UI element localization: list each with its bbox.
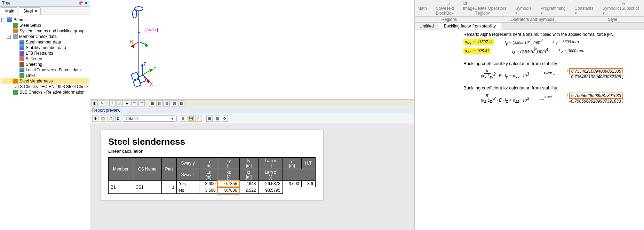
kz-title: Buckling coefficient kz calculation from… — [463, 85, 637, 90]
tool-12[interactable]: ▨ — [178, 100, 184, 106]
rb-image[interactable]: 🖼 Image — [463, 1, 475, 16]
rb-syms[interactable]: Symbols ▾ — [515, 6, 531, 16]
report-page: Steel slenderness Linear calculation Mem… — [101, 130, 323, 200]
svg-rect-3 — [131, 72, 139, 80]
tab-steel-label: Steel — [23, 9, 33, 14]
tab-main-label: Main — [5, 9, 14, 14]
node-slenderness[interactable]: Steel slenderness — [1, 78, 89, 84]
tab-main[interactable]: Main — [1, 7, 17, 15]
node-links[interactable]: Links — [1, 73, 89, 78]
report-title: Steel slenderness — [108, 136, 316, 147]
alpha-zz: αzz := 925.41 — [463, 48, 491, 54]
node-uls[interactable]: ULS Checks - EC-EN 1993 Steel Check ULS — [1, 84, 89, 89]
th-swayy: Sway y — [177, 158, 199, 169]
rb-textbox[interactable]: ☐ Text Box — [446, 1, 454, 16]
rb-consts[interactable]: Constants ▾ — [575, 6, 594, 16]
svg-text:X: X — [150, 82, 153, 87]
tool-10[interactable]: ▥ — [164, 100, 170, 106]
rtool-1[interactable]: ⚙ — [92, 116, 98, 122]
tree-title: Tree — [2, 1, 10, 6]
tree-panel: Tree 📌 ✕ Main Steel ✕ −Beams Steel Setup… — [0, 0, 90, 230]
report-combo[interactable]: Default — [123, 116, 175, 122]
close-icon[interactable]: ✕ — [34, 9, 38, 14]
report-subtitle: Linear calculation — [108, 149, 316, 154]
tree-pin-icon[interactable]: 📌 ✕ — [78, 1, 88, 6]
rb-delete[interactable]: DeleteRegion — [475, 6, 488, 16]
slenderness-table: Member CS Name Part Sway y Ly[m] ky[-] l… — [108, 157, 316, 194]
cursor-icon: + — [533, 45, 537, 52]
svg-point-2 — [133, 10, 137, 18]
tool-9[interactable]: ▤ — [156, 100, 162, 106]
cell-kz: 0.7006 — [218, 187, 239, 194]
rb-prog[interactable]: Programming ▾ — [541, 6, 566, 16]
tool-3[interactable]: ⟟ — [109, 100, 116, 106]
node-membercheck[interactable]: −Member Check data — [1, 34, 89, 39]
node-stiffeners[interactable]: Stiffeners — [1, 56, 89, 62]
tool-5[interactable]: ≣ — [124, 100, 130, 106]
th-ky: ky[-] — [218, 158, 239, 169]
tool-4[interactable]: 📊 — [117, 100, 123, 106]
rtool-3[interactable]: 🖨 — [108, 116, 114, 122]
rb-sub[interactable]: x₂ Subscript — [621, 1, 639, 16]
rtool-7[interactable]: ▯ — [195, 116, 201, 122]
rtool-4[interactable]: 🗋 — [115, 116, 121, 122]
ribbon-caps: Regions Operators and Symbols Style — [415, 17, 644, 23]
node-buckling[interactable]: System lengths and buckling groups — [1, 28, 89, 34]
rtool-8[interactable]: ▦ — [206, 116, 213, 122]
rb-symbx[interactable]: Symbolics ▾ — [603, 6, 622, 16]
ky-title: Buckling coefficient ky calculation from… — [463, 61, 637, 66]
mathcad-body[interactable]: Remark: Alpha represents here alpha mult… — [415, 30, 644, 230]
Ly: Ly = 3600 mm — [553, 39, 579, 45]
rtool-5[interactable]: ▯ — [180, 116, 186, 122]
node-localtransverse[interactable]: Local Transverse Forces data — [1, 67, 89, 73]
view-toolbar: ◧ ✎ ⟟ 📊 ≣ ᴬᴮ ᴬᴮ ▦ ▤ ▥ ▧ ▨ — [90, 100, 414, 107]
node-steelmember[interactable]: Steel member data — [1, 39, 89, 45]
tool-7[interactable]: ᴬᴮ — [138, 100, 145, 106]
remark: Remark: Alpha represents here alpha mult… — [463, 32, 637, 37]
alpha-yy: αyy := 11507.11 — [463, 39, 494, 45]
ky-result: [ 0.73546210894089052305 −0.735462108940… — [566, 68, 623, 80]
th-Lamy: Lam y[-] — [258, 158, 283, 169]
member-tag[interactable]: SMD1 — [145, 28, 158, 32]
svg-text:N: N — [130, 40, 133, 45]
tree-header: Tree 📌 ✕ — [0, 0, 90, 7]
tree-body: −Beams Steel Setup System lengths and bu… — [0, 15, 90, 230]
th-lyz: lyz[m] — [283, 158, 301, 169]
th-lLT: l LT — [301, 158, 315, 169]
tab-untitled[interactable]: Untitled — [415, 23, 439, 30]
Iy: Iy = (3.892·107) mm4 — [504, 38, 543, 46]
rb-solve[interactable]: SolveBlock — [436, 6, 446, 16]
tool-2[interactable]: ✎ — [99, 100, 105, 106]
eq-ky: (πky·Ly)2 · E · Iy = αyy · 103 — [481, 69, 529, 79]
tool-8[interactable]: ▦ — [149, 100, 155, 106]
tool-1[interactable]: ◧ — [92, 100, 98, 106]
solve-arrow2: ―solve→ — [540, 95, 556, 102]
rtool-2[interactable]: 🏠 — [100, 116, 106, 122]
node-beams[interactable]: −Beams — [1, 17, 89, 23]
node-setup[interactable]: Steel Setup — [1, 23, 89, 28]
tool-11[interactable]: ▧ — [171, 100, 177, 106]
model-viewport[interactable]: N Z Y X SMD1 — [90, 0, 414, 100]
th-part: Part — [161, 158, 177, 181]
rb-math[interactable]: Math — [418, 6, 427, 16]
node-sheeting[interactable]: Sheeting — [1, 62, 89, 67]
kz-result: [ 0.70056606289987391633 −0.700566062899… — [566, 93, 623, 104]
rtool-6[interactable]: 💾 — [188, 116, 194, 122]
svg-marker-14 — [141, 63, 144, 66]
node-sls[interactable]: SLS Checks - Relative deformation — [1, 89, 89, 95]
rtool-9[interactable]: ▤ — [214, 116, 220, 122]
th-ly2: ly[m] — [239, 158, 258, 169]
th-kz: kz[-] — [218, 169, 239, 181]
svg-text:Y: Y — [153, 66, 156, 71]
tab-buckling[interactable]: Buckling factor from stability — [439, 23, 501, 30]
tab-steel[interactable]: Steel ✕ — [19, 7, 41, 15]
node-ltb[interactable]: LTB Restraints — [1, 50, 89, 56]
Lz: Lz = 3600 mm — [559, 48, 585, 54]
report-tools: ⚙ 🏠 🖨 🗋 Default ▯ 💾 ▯ ▦ ▤ ⟳ — [90, 114, 414, 123]
tool-6[interactable]: ᴬᴮ — [131, 100, 137, 106]
rtool-10[interactable]: ⟳ — [222, 116, 228, 122]
node-stabilitymember[interactable]: Stability member data — [1, 45, 89, 50]
mathcad-tabs: Untitled Buckling factor from stability — [415, 23, 644, 30]
rb-ops[interactable]: Operators ▾ — [488, 6, 506, 16]
report-area[interactable]: Steel slenderness Linear calculation Mem… — [90, 123, 414, 230]
